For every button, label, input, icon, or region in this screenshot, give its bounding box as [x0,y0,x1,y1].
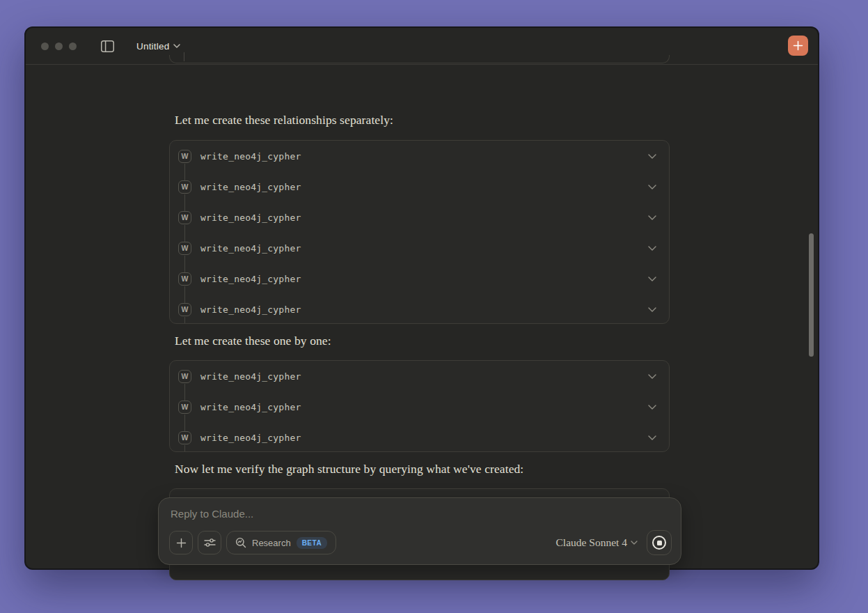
zoom-window-button[interactable] [69,42,77,50]
tool-badge-icon: W [178,272,191,286]
tools-button[interactable] [198,531,221,554]
research-label: Research [252,538,291,548]
tool-call-row[interactable]: W write_neo4j_cypher [170,233,669,263]
chevron-down-icon[interactable] [648,405,656,410]
research-button[interactable]: Research BETA [226,531,336,554]
scrollbar-thumb[interactable] [809,233,814,357]
titlebar: Untitled [26,28,818,65]
chevron-down-icon[interactable] [648,435,656,440]
tool-name: write_neo4j_cypher [200,182,301,192]
tool-call-row[interactable]: W write_neo4j_cypher [170,422,669,452]
new-chat-button[interactable] [788,36,808,56]
tool-call-row[interactable]: W write_neo4j_cypher [170,171,669,202]
sliders-icon [204,538,216,548]
reply-composer: Reply to Claude... [158,497,681,565]
tool-call-row[interactable]: W write_neo4j_cypher [170,263,669,294]
chevron-down-icon[interactable] [648,185,656,189]
plus-icon [793,40,803,51]
tool-name: write_neo4j_cypher [200,304,301,315]
tool-badge-icon: W [178,211,191,224]
tool-name: write_neo4j_cypher [200,402,301,412]
tool-call-group: W write_neo4j_cypher W write_neo4j_cyphe… [169,360,670,452]
model-name: Claude Sonnet 4 [556,536,627,549]
chevron-down-icon[interactable] [648,307,656,312]
beta-badge: BETA [297,537,327,549]
chat-scroll-area: Let me create these relationships separa… [26,65,818,568]
chevron-down-icon[interactable] [648,154,656,159]
tool-badge-icon: W [178,303,191,316]
attach-button[interactable] [169,531,193,554]
tool-badge-icon: W [178,150,191,163]
chevron-down-icon [173,44,180,48]
reply-input[interactable]: Reply to Claude... [171,508,669,520]
stop-icon [652,536,666,550]
plus-icon [176,538,187,548]
tool-call-row[interactable]: W write_neo4j_cypher [170,361,669,391]
chevron-down-icon[interactable] [648,215,656,220]
tool-call-row[interactable]: W write_neo4j_cypher [170,141,669,171]
tool-connector-line [184,317,185,324]
tool-name: write_neo4j_cypher [200,274,301,284]
composer-toolbar: Research BETA Claude Sonnet 4 [169,530,672,555]
tool-name: write_neo4j_cypher [200,433,301,443]
conversation-title: Untitled [136,41,169,52]
minimize-window-button[interactable] [55,42,63,50]
close-window-button[interactable] [41,42,49,50]
tool-badge-icon: W [178,180,191,194]
tool-badge-icon: W [178,401,191,414]
tool-badge-icon: W [178,370,191,383]
tool-call-row[interactable]: W write_neo4j_cypher [170,391,669,422]
tool-call-row[interactable]: W write_neo4j_cypher [170,294,669,324]
window-controls [41,42,77,50]
assistant-message: Let me create these relationships separa… [175,113,662,127]
tool-name: write_neo4j_cypher [200,151,301,162]
chevron-down-icon[interactable] [648,374,656,379]
tool-name: write_neo4j_cypher [200,371,301,382]
chevron-down-icon[interactable] [648,277,656,281]
conversation-title-menu[interactable]: Untitled [136,41,180,52]
tool-badge-icon: W [178,431,191,444]
assistant-message: Let me create these one by one: [175,334,662,348]
tool-call-row[interactable]: W write_neo4j_cypher [170,202,669,233]
assistant-message: Now let me verify the graph structure by… [175,462,662,476]
app-window: Untitled Let me create these relationshi… [24,26,819,570]
tool-connector-line [184,445,185,452]
tool-name: write_neo4j_cypher [200,212,301,223]
chevron-down-icon [631,541,638,545]
chevron-down-icon[interactable] [648,246,656,251]
research-magnifier-icon [235,537,246,548]
stop-generating-button[interactable] [647,530,672,555]
tool-call-group: W write_neo4j_cypher W write_neo4j_cyphe… [169,140,670,324]
sidebar-toggle-icon[interactable] [101,40,114,52]
model-selector[interactable]: Claude Sonnet 4 [556,536,638,549]
reply-placeholder: Reply to Claude... [171,508,253,520]
tool-name: write_neo4j_cypher [200,243,301,254]
tool-badge-icon: W [178,242,191,255]
